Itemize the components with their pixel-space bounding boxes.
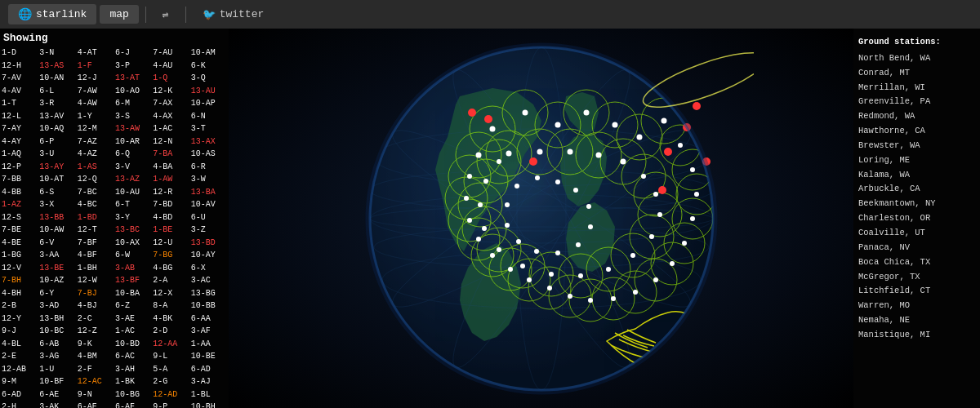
list-item[interactable]: 7-AZ <box>78 135 114 149</box>
list-item[interactable]: 13-BH <box>39 313 75 326</box>
list-item[interactable]: 13-AU <box>191 85 227 98</box>
list-item[interactable]: 13-AV <box>39 110 75 123</box>
list-item[interactable]: 4-BF <box>78 249 114 262</box>
list-item[interactable]: 13-AS <box>39 60 75 73</box>
list-item[interactable]: 10-AP <box>191 97 227 110</box>
list-item[interactable]: 12-Y <box>2 313 38 326</box>
list-item[interactable]: 13-AT <box>115 72 151 85</box>
list-item[interactable]: 1-Q <box>153 72 189 85</box>
list-item[interactable]: 1-T <box>2 97 38 110</box>
list-item[interactable]: 12-U <box>153 237 189 250</box>
list-item[interactable]: 12-K <box>153 85 189 98</box>
list-item[interactable]: 1-D <box>2 47 38 60</box>
list-item[interactable]: 12-AA <box>153 338 189 351</box>
list-item[interactable]: 2-H <box>2 401 38 408</box>
list-item[interactable]: 4-BM <box>78 350 114 363</box>
list-item[interactable]: 6-V <box>39 237 75 250</box>
list-item[interactable]: 4-BK <box>153 313 189 326</box>
list-item[interactable]: 3-AB <box>115 262 151 275</box>
list-item[interactable]: 7-BF <box>78 237 114 250</box>
list-item[interactable]: 2-D <box>153 325 189 338</box>
list-item[interactable]: 5-A <box>153 363 189 376</box>
list-item[interactable]: 2-A <box>153 274 189 287</box>
list-item[interactable]: 6-AE <box>78 401 114 408</box>
twitter-nav-item[interactable]: 🐦 twitter <box>193 5 274 24</box>
starlink-nav-item[interactable]: 🌐 starlink <box>8 4 96 24</box>
list-item[interactable]: 7-AY <box>2 122 38 135</box>
list-item[interactable]: 12-L <box>2 110 38 123</box>
list-item[interactable]: 10-AQ <box>39 122 75 135</box>
list-item[interactable]: 9-K <box>78 338 114 351</box>
list-item[interactable]: 10-BC <box>39 325 75 338</box>
list-item[interactable]: 2-C <box>78 313 114 326</box>
list-item[interactable]: 6-S <box>39 186 75 199</box>
list-item[interactable]: 13-BC <box>115 224 151 237</box>
list-item[interactable]: 3-S <box>115 110 151 123</box>
list-item[interactable]: 13-AW <box>115 122 151 135</box>
list-item[interactable]: 4-BH <box>2 287 38 300</box>
list-item[interactable]: 3-AF <box>191 325 227 338</box>
list-item[interactable]: 6-L <box>39 85 75 98</box>
list-item[interactable]: 4-AU <box>153 60 189 73</box>
list-item[interactable]: 6-K <box>191 60 227 73</box>
list-item[interactable]: 7-BE <box>2 224 38 237</box>
list-item[interactable]: 9-L <box>153 350 189 363</box>
list-item[interactable]: 1-AW <box>153 173 189 186</box>
list-item[interactable]: 3-AK <box>39 401 75 408</box>
list-item[interactable]: 7-BA <box>153 148 189 161</box>
list-item[interactable]: 7-BC <box>78 186 114 199</box>
list-item[interactable]: 1-BK <box>115 375 151 388</box>
list-item[interactable]: 10-AM <box>191 47 227 60</box>
list-item[interactable]: 6-AF <box>115 401 151 408</box>
list-item[interactable]: 13-BD <box>191 237 227 250</box>
list-item[interactable]: 6-U <box>191 211 227 224</box>
list-item[interactable]: 3-U <box>39 148 75 161</box>
list-item[interactable]: 6-W <box>115 249 151 262</box>
list-item[interactable]: 7-AV <box>2 72 38 85</box>
list-item[interactable]: 6-J <box>115 47 151 60</box>
list-item[interactable]: 2-F <box>78 363 114 376</box>
list-item[interactable]: 6-T <box>115 198 151 211</box>
list-item[interactable]: 3-Q <box>191 72 227 85</box>
list-item[interactable]: 4-BD <box>153 211 189 224</box>
list-item[interactable]: 7-BB <box>2 173 38 186</box>
list-item[interactable]: 10-AT <box>39 173 75 186</box>
list-item[interactable]: 12-R <box>153 186 189 199</box>
list-item[interactable]: 3-X <box>39 198 75 211</box>
list-item[interactable]: 10-AN <box>39 72 75 85</box>
list-item[interactable]: 10-BH <box>191 401 227 408</box>
list-item[interactable]: 1-BG <box>2 249 38 262</box>
list-item[interactable]: 9-P <box>153 401 189 408</box>
list-item[interactable]: 4-AV <box>2 85 38 98</box>
list-item[interactable]: 6-AB <box>39 338 75 351</box>
list-item[interactable]: 4-BL <box>2 338 38 351</box>
list-item[interactable]: 4-BB <box>2 186 38 199</box>
list-item[interactable]: 10-BA <box>115 287 151 300</box>
list-item[interactable]: 13-AX <box>191 135 227 149</box>
list-item[interactable]: 4-BG <box>153 262 189 275</box>
list-item[interactable]: 10-AW <box>39 224 75 237</box>
list-item[interactable]: 13-BF <box>115 274 151 287</box>
list-item[interactable]: 3-V <box>115 161 151 174</box>
list-item[interactable]: 6-Z <box>115 299 151 313</box>
list-item[interactable]: 3-W <box>191 173 227 186</box>
list-item[interactable]: 12-W <box>78 274 114 287</box>
list-item[interactable]: 13-BE <box>39 262 75 275</box>
list-item[interactable]: 12-AD <box>153 388 189 401</box>
list-item[interactable]: 10-AY <box>191 249 227 262</box>
list-item[interactable]: 4-BE <box>2 237 38 250</box>
list-item[interactable]: 6-Y <box>39 287 75 300</box>
list-item[interactable]: 3-Z <box>191 224 227 237</box>
list-item[interactable]: 12-M <box>78 122 114 135</box>
list-item[interactable]: 10-AR <box>115 135 151 149</box>
list-item[interactable]: 10-AS <box>191 148 227 161</box>
list-item[interactable]: 12-AB <box>2 363 38 376</box>
list-item[interactable]: 1-U <box>39 363 75 376</box>
list-item[interactable]: 2-G <box>153 375 189 388</box>
list-item[interactable]: 6-AD <box>2 388 38 401</box>
list-item[interactable]: 8-A <box>153 299 189 313</box>
list-item[interactable]: 6-AD <box>191 363 227 376</box>
list-item[interactable]: 12-N <box>153 135 189 149</box>
list-item[interactable]: 4-AT <box>78 47 114 60</box>
list-item[interactable]: 10-AZ <box>39 274 75 287</box>
